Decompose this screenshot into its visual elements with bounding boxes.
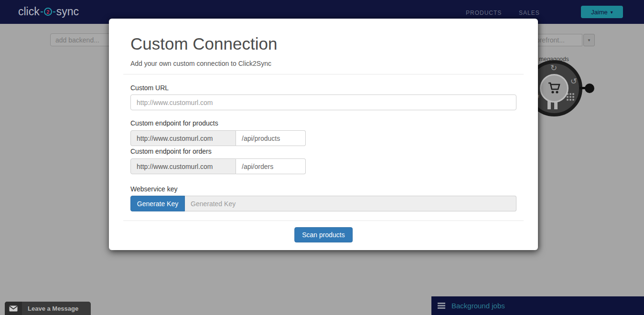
chevron-down-icon: ▾ (611, 10, 613, 15)
connector-endpoint-handle[interactable] (585, 84, 594, 93)
generated-key-input[interactable] (185, 196, 516, 211)
custom-url-input[interactable] (130, 94, 516, 110)
sync-right-icon[interactable]: ↺ (570, 77, 577, 85)
chat-widget[interactable]: Leave a Message (5, 302, 91, 315)
user-menu-button[interactable]: Jaime ▾ (581, 6, 623, 18)
logo-number-circle: 2 (44, 8, 52, 16)
divider (123, 220, 524, 221)
endpoint-products-label: Custom endpoint for products (130, 119, 218, 127)
grid-icon[interactable] (567, 93, 574, 101)
endpoint-products-addon: http://www.customurl.com (130, 130, 236, 146)
node-center-circle[interactable] (540, 74, 569, 103)
webservice-key-group: Generate Key (130, 196, 516, 211)
divider (123, 74, 524, 74)
background-jobs-bar[interactable]: Background jobs (431, 296, 644, 315)
custom-connection-modal: Custom Connection Add your own custom co… (109, 19, 538, 250)
generate-key-button[interactable]: Generate Key (130, 196, 185, 211)
envelope-icon (9, 305, 18, 312)
custom-url-label: Custom URL (130, 84, 169, 92)
refresh-icon[interactable]: ↻ (550, 64, 557, 72)
nav-link-products[interactable]: PRODUCTS (466, 10, 502, 16)
nav-link-sales[interactable]: SALES (519, 10, 540, 16)
endpoint-orders-group: http://www.customurl.com (130, 158, 306, 174)
logo-text-click: click (18, 5, 40, 18)
endpoint-orders-input[interactable] (236, 158, 306, 174)
dropdown-arrow-icon: ▼ (587, 38, 591, 42)
webservice-key-label: Webservice key (130, 185, 178, 193)
list-icon (438, 303, 445, 309)
modal-title: Custom Connection (130, 34, 277, 53)
modal-subtitle: Add your own custom connection to Click2… (130, 60, 271, 67)
storefront-dropdown-button[interactable]: ▼ (583, 34, 595, 46)
endpoint-products-input[interactable] (236, 130, 306, 146)
scan-products-button[interactable]: Scan products (294, 227, 353, 242)
logo-dash-icon (41, 11, 43, 12)
cart-icon (547, 82, 561, 94)
chat-label: Leave a Message (28, 305, 78, 312)
logo-text-sync: sync (56, 5, 79, 18)
app-logo: click 2 sync (18, 5, 79, 18)
endpoint-products-group: http://www.customurl.com (130, 130, 306, 146)
endpoint-orders-label: Custom endpoint for orders (130, 147, 212, 155)
chat-icon-box (5, 302, 22, 315)
background-jobs-label: Background jobs (451, 302, 505, 310)
logo-dash-icon (53, 11, 55, 12)
endpoint-orders-addon: http://www.customurl.com (130, 158, 236, 174)
user-name: Jaime (591, 9, 608, 16)
logo-number: 2 (46, 9, 49, 15)
